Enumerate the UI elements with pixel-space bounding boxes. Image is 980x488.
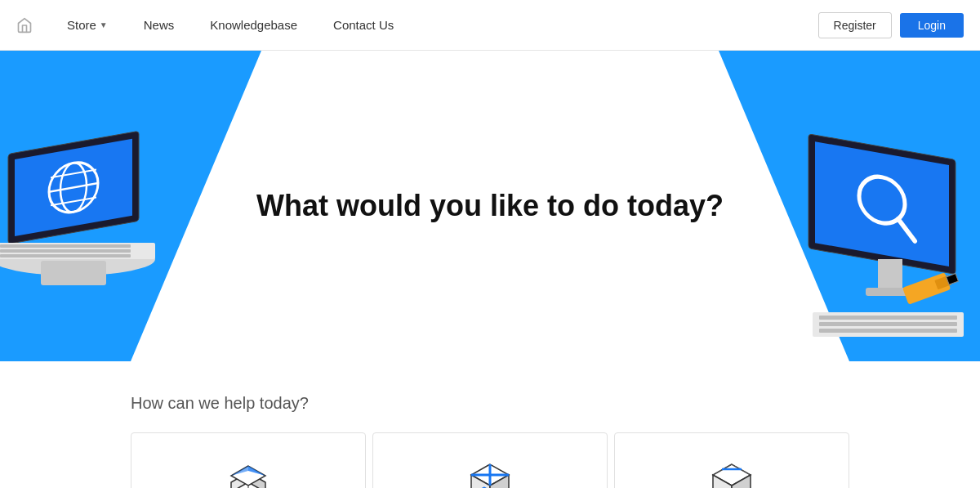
card-manage-billing[interactable]: $ bbox=[372, 432, 608, 488]
register-button[interactable]: Register bbox=[818, 12, 892, 38]
hero-section: What would you like to do today? bbox=[0, 51, 980, 361]
monitor-illustration bbox=[792, 124, 980, 353]
contact-label: Contact Us bbox=[333, 18, 394, 32]
hero-title: What would you like to do today? bbox=[256, 189, 724, 223]
home-button[interactable] bbox=[16, 17, 33, 34]
svg-rect-9 bbox=[0, 244, 131, 248]
store-chevron-icon: ▼ bbox=[100, 20, 108, 29]
svg-rect-17 bbox=[878, 259, 902, 288]
svg-rect-12 bbox=[41, 261, 106, 285]
navbar: Store ▼ News Knowledgebase Contact Us Re… bbox=[0, 0, 980, 51]
nav-store[interactable]: Store ▼ bbox=[49, 0, 126, 51]
store-label: Store bbox=[67, 18, 96, 32]
layers-icon bbox=[220, 458, 277, 488]
transfer-icon bbox=[703, 458, 760, 488]
news-label: News bbox=[144, 18, 175, 32]
help-title: How can we help today? bbox=[131, 394, 849, 413]
nav-buttons: Register Login bbox=[818, 12, 964, 38]
laptop-illustration bbox=[0, 124, 180, 353]
nav-news[interactable]: News bbox=[126, 0, 193, 51]
svg-rect-10 bbox=[0, 249, 131, 253]
svg-rect-23 bbox=[819, 316, 957, 320]
knowledgebase-label: Knowledgebase bbox=[210, 18, 297, 32]
svg-rect-24 bbox=[819, 322, 957, 326]
svg-text:$: $ bbox=[481, 485, 488, 488]
nav-knowledgebase[interactable]: Knowledgebase bbox=[192, 0, 315, 51]
card-order-services[interactable] bbox=[131, 432, 366, 488]
cards-row: $ bbox=[131, 432, 849, 488]
login-button[interactable]: Login bbox=[900, 13, 964, 38]
svg-rect-21 bbox=[947, 274, 959, 285]
bottom-section: How can we help today? bbox=[0, 361, 980, 488]
nav-links: Store ▼ News Knowledgebase Contact Us bbox=[49, 0, 818, 51]
card-transfer[interactable] bbox=[614, 432, 849, 488]
svg-rect-11 bbox=[0, 254, 131, 257]
nav-contact[interactable]: Contact Us bbox=[315, 0, 412, 51]
svg-rect-25 bbox=[819, 329, 957, 333]
package-icon: $ bbox=[461, 458, 519, 488]
